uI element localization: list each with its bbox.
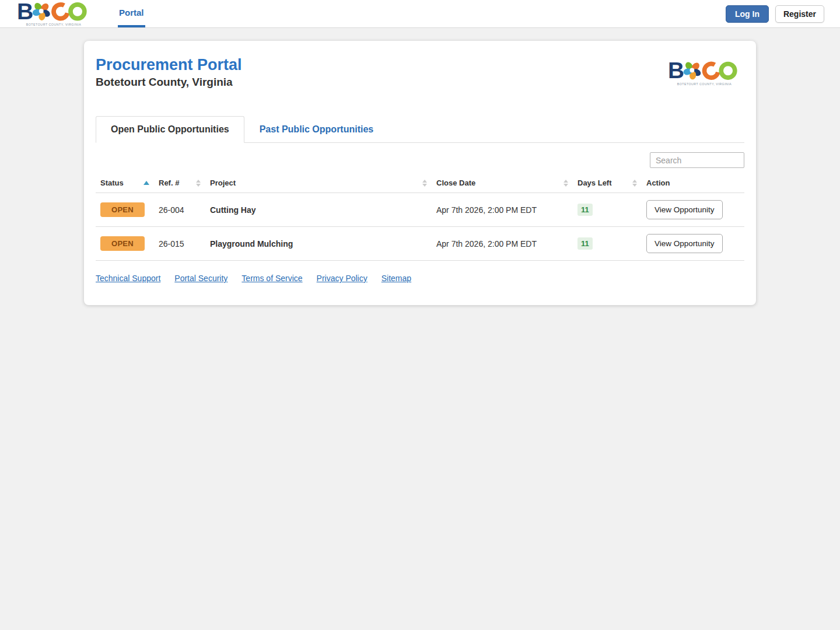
topbar-actions: Log In Register [726, 0, 824, 27]
logo-tagline: BOTETOURT COUNTY, VIRGINIA [26, 23, 82, 26]
tab-bar: Open Public Opportunities Past Public Op… [96, 116, 744, 143]
footer-link-technical-support[interactable]: Technical Support [96, 274, 160, 283]
header-logo[interactable]: B BOTETOURT COUNTY, VIRGINIA [16, 0, 91, 27]
column-label: Status [100, 178, 124, 187]
register-button[interactable]: Register [775, 5, 824, 23]
view-opportunity-button[interactable]: View Opportunity [646, 234, 723, 253]
column-label: Ref. # [159, 178, 179, 187]
logo-letter-o [71, 4, 85, 18]
ref-number: 26-004 [154, 193, 205, 227]
logo-letter-b: B [17, 1, 33, 24]
view-opportunity-button[interactable]: View Opportunity [646, 200, 723, 219]
close-date: Apr 7th 2026, 2:00 PM EDT [432, 227, 573, 261]
status-badge: OPEN [100, 236, 145, 251]
sort-asc-icon [144, 181, 149, 185]
logo-letter-b: B [668, 58, 684, 83]
status-badge: OPEN [100, 202, 145, 217]
logo-letter-c [52, 3, 69, 19]
logo-letter-o [721, 64, 735, 78]
boco-logo-icon: B BOTETOURT COUNTY, VIRGINIA [16, 1, 91, 27]
boco-logo-icon: B BOTETOURT COUNTY, VIRGINIA [668, 57, 741, 89]
column-label: Project [210, 178, 236, 187]
table-row: OPEN 26-004 Cutting Hay Apr 7th 2026, 2:… [96, 193, 744, 227]
footer-link-sitemap[interactable]: Sitemap [382, 274, 411, 283]
column-header-days-left[interactable]: Days Left [573, 173, 642, 193]
tab-past-public-opportunities[interactable]: Past Public Opportunities [244, 116, 389, 143]
sort-icon [196, 180, 201, 187]
footer-link-portal-security[interactable]: Portal Security [174, 274, 228, 283]
sort-icon [422, 180, 427, 187]
title-block: Procurement Portal Botetourt County, Vir… [96, 56, 242, 89]
column-header-status[interactable]: Status [96, 173, 154, 193]
column-header-close-date[interactable]: Close Date [432, 173, 573, 193]
sort-icon [632, 180, 637, 187]
column-header-ref[interactable]: Ref. # [154, 173, 205, 193]
logo-letter-c [703, 62, 719, 79]
footer-link-privacy-policy[interactable]: Privacy Policy [317, 274, 368, 283]
tab-open-public-opportunities[interactable]: Open Public Opportunities [96, 116, 244, 143]
nav-portal-label: Portal [119, 8, 144, 18]
table-header-row: Status Ref. # Project Close Date Days Le… [96, 173, 744, 193]
ref-number: 26-015 [154, 227, 205, 261]
card-header: Procurement Portal Botetourt County, Vir… [96, 41, 744, 92]
days-left-badge: 11 [578, 204, 593, 216]
column-label: Days Left [578, 178, 612, 187]
top-nav-bar: B BOTETOURT COUNTY, VIRGINIA Portal Log … [0, 0, 840, 28]
column-label: Action [646, 178, 670, 187]
logo-flower-icon [683, 61, 702, 80]
sort-icon [564, 180, 568, 187]
footer-link-terms-of-service[interactable]: Terms of Service [242, 274, 302, 283]
card-logo: B BOTETOURT COUNTY, VIRGINIA [668, 57, 741, 92]
project-name: Cutting Hay [205, 193, 432, 227]
days-left-badge: 11 [578, 237, 593, 250]
close-date: Apr 7th 2026, 2:00 PM EDT [432, 193, 573, 227]
login-button[interactable]: Log In [726, 5, 769, 23]
search-row [96, 152, 744, 168]
search-input[interactable] [650, 152, 744, 168]
logo-flower-icon [32, 1, 51, 20]
project-name: Playground Mulching [205, 227, 432, 261]
portal-card: Procurement Portal Botetourt County, Vir… [84, 41, 756, 305]
column-header-project[interactable]: Project [205, 173, 432, 193]
opportunities-table: Status Ref. # Project Close Date Days Le… [96, 173, 744, 261]
page-subtitle: Botetourt County, Virginia [96, 76, 242, 89]
column-label: Close Date [436, 178, 475, 187]
column-header-action: Action [642, 173, 744, 193]
table-row: OPEN 26-015 Playground Mulching Apr 7th … [96, 227, 744, 261]
page-title: Procurement Portal [96, 56, 242, 74]
nav-portal[interactable]: Portal [118, 0, 145, 27]
logo-tagline: BOTETOURT COUNTY, VIRGINIA [677, 82, 732, 86]
topbar-spacer [145, 0, 726, 27]
card-footer: Technical Support Portal Security Terms … [96, 274, 744, 291]
